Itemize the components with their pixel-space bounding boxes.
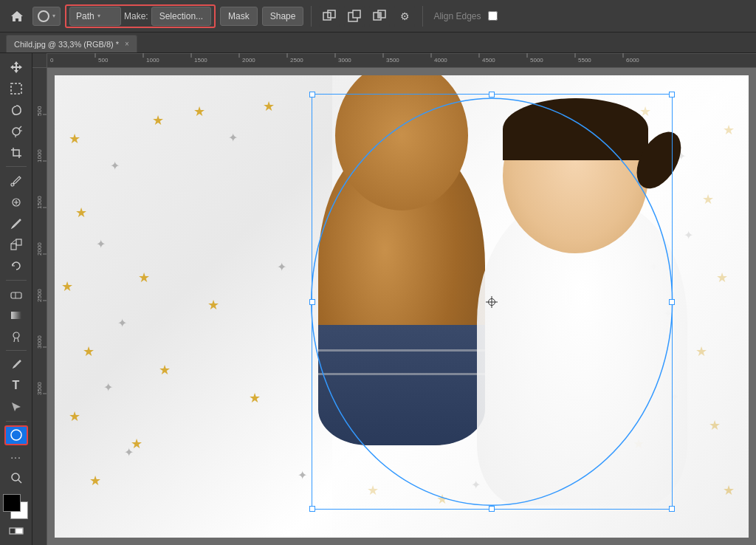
path-chevron-icon: ▾ — [97, 13, 100, 19]
gradient-tool-button[interactable] — [4, 305, 28, 325]
star-decoration: ★ — [263, 98, 275, 114]
healing-tool-button[interactable] — [4, 192, 28, 212]
svg-text:2000: 2000 — [36, 242, 43, 256]
foreground-color-swatch[interactable] — [3, 494, 21, 512]
eraser-tool-button[interactable] — [4, 284, 28, 304]
type-icon: T — [13, 379, 20, 392]
star-decoration: ✦ — [117, 316, 127, 330]
svg-text:500: 500 — [98, 57, 109, 64]
star-decoration: ✦ — [298, 468, 307, 482]
align-edges-checkbox[interactable] — [488, 11, 498, 21]
pen-tool-button[interactable] — [4, 354, 28, 374]
canvas-area[interactable]: 0 500 1000 1500 2000 2500 3000 3500 4000… — [32, 53, 756, 545]
star-decoration: ✦ — [277, 260, 286, 274]
document-tabs: Child.jpg @ 33,3% (RGB/8) * × — [0, 32, 756, 53]
svg-rect-14 — [16, 239, 21, 245]
ruler-corner — [32, 53, 47, 68]
star-decoration: ✦ — [96, 237, 106, 251]
svg-text:1500: 1500 — [194, 57, 207, 64]
intersect-shapes-button[interactable] — [369, 6, 390, 27]
svg-text:1000: 1000 — [36, 149, 43, 162]
svg-text:3500: 3500 — [36, 382, 43, 395]
svg-text:3500: 3500 — [386, 57, 399, 64]
ellipse-tool-icon — [10, 428, 23, 442]
selection-icon — [10, 82, 23, 95]
star-decoration: ★ — [152, 112, 164, 128]
svg-text:1500: 1500 — [36, 196, 43, 209]
svg-text:3000: 3000 — [36, 335, 43, 349]
svg-text:4000: 4000 — [434, 57, 447, 64]
eyedropper-tool-button[interactable] — [4, 171, 28, 191]
star-decoration: ✦ — [103, 380, 113, 394]
type-tool-button[interactable]: T — [4, 376, 28, 396]
close-tab-button[interactable]: × — [125, 40, 129, 48]
history-tool-button[interactable] — [4, 256, 28, 276]
path-label: Path — [76, 11, 94, 21]
canvas-document[interactable]: ★ ★ ★ ★ ★ ★ ✦ ✦ ✦ ✦ ✦ ★ ★ ★ ★ ★ ★ ★ ★ — [55, 75, 749, 538]
svg-point-19 — [12, 473, 19, 481]
path-make-group: Path ▾ Make: Selection... — [65, 4, 216, 28]
svg-point-17 — [13, 332, 19, 338]
dodge-icon — [10, 330, 23, 343]
eraser-icon — [10, 287, 23, 301]
child-body — [450, 98, 714, 505]
brush-tool-button[interactable] — [4, 213, 28, 233]
lasso-icon — [10, 103, 23, 117]
top-toolbar: ▾ Path ▾ Make: Selection... Mask Shape ⚙ — [0, 0, 756, 32]
svg-rect-16 — [11, 312, 21, 319]
clone-tool-button[interactable] — [4, 235, 28, 255]
mask-button[interactable]: Mask — [220, 7, 258, 26]
star-decoration: ★ — [89, 473, 101, 489]
star-decoration: ★ — [207, 297, 219, 313]
subtract-shapes-button[interactable] — [344, 6, 365, 27]
pen-icon — [10, 358, 23, 371]
svg-text:6000: 6000 — [626, 57, 639, 64]
svg-rect-21 — [16, 528, 23, 534]
ellipse-mode-icon — [38, 10, 49, 22]
chevron-down-icon: ▾ — [52, 13, 55, 19]
star-decoration: ★ — [69, 408, 80, 425]
tool-mode-dropdown[interactable]: ▾ — [32, 7, 61, 26]
path-dropdown[interactable]: Path ▾ — [69, 7, 121, 26]
star-decoration: ★ — [75, 205, 87, 221]
more-tools-button[interactable]: ··· — [4, 447, 28, 467]
path-select-tool-button[interactable] — [4, 397, 28, 417]
quick-mask-button[interactable] — [4, 521, 28, 541]
star-decoration: ★ — [69, 131, 80, 147]
separator-2 — [422, 6, 423, 27]
star-decoration: ✦ — [110, 159, 120, 173]
document-tab-title: Child.jpg @ 33,3% (RGB/8) * — [14, 40, 119, 49]
star-decoration: ✦ — [228, 131, 238, 145]
lasso-tool-button[interactable] — [4, 100, 28, 120]
svg-rect-7 — [378, 13, 381, 18]
selection-tool-button[interactable] — [4, 79, 28, 99]
move-tool-button[interactable] — [4, 58, 28, 78]
star-decoration: ★ — [249, 390, 261, 406]
svg-text:2000: 2000 — [242, 57, 255, 64]
star-decoration: ★ — [131, 436, 142, 452]
svg-rect-1 — [323, 13, 331, 20]
more-tools-icon: ··· — [10, 451, 21, 463]
zoom-tool-button[interactable] — [4, 468, 28, 488]
quick-select-tool-button[interactable] — [4, 122, 28, 142]
toolbar-separator-3 — [6, 350, 27, 351]
dodge-tool-button[interactable] — [4, 326, 28, 346]
ellipse-tool-button[interactable] — [4, 425, 28, 446]
star-decoration: ★ — [83, 343, 94, 360]
svg-rect-4 — [353, 10, 360, 18]
svg-marker-0 — [11, 11, 23, 21]
combine-shapes-button[interactable] — [319, 6, 340, 27]
selection-button[interactable]: Selection... — [151, 7, 211, 26]
document-tab-child[interactable]: Child.jpg @ 33,3% (RGB/8) * × — [6, 35, 137, 52]
svg-text:1000: 1000 — [146, 57, 159, 64]
history-icon — [10, 259, 23, 272]
home-button[interactable] — [6, 5, 28, 27]
crop-tool-button[interactable] — [4, 143, 28, 163]
ruler-top-svg: 0 500 1000 1500 2000 2500 3000 3500 4000… — [47, 53, 756, 68]
color-swatches — [3, 494, 30, 516]
svg-text:0: 0 — [50, 57, 54, 64]
gear-button[interactable]: ⚙ — [394, 6, 415, 27]
shape-button[interactable]: Shape — [262, 7, 304, 26]
quick-mask-icon — [8, 523, 24, 539]
gear-icon: ⚙ — [400, 10, 410, 22]
